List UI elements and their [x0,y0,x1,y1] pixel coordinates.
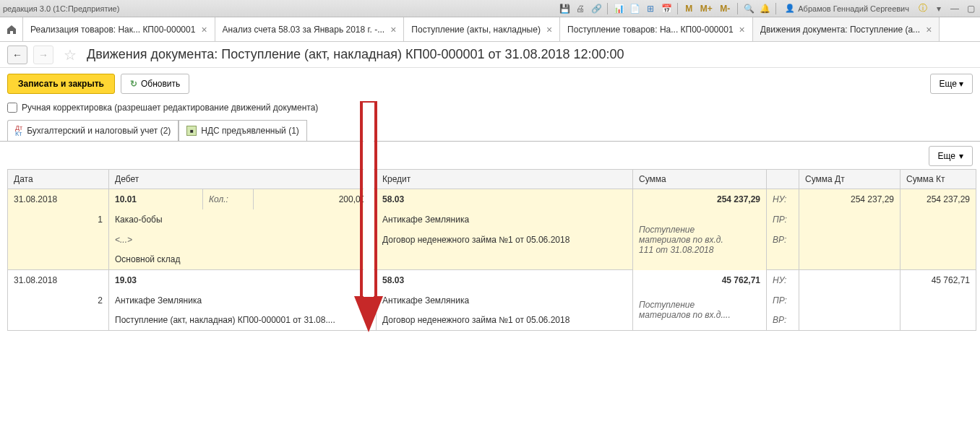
info-icon[interactable]: ⓘ [916,2,929,15]
table-row[interactable]: 31.08.2018 10.01 Кол.: 200,000 58.03 254… [8,189,976,209]
tab-item[interactable]: Поступление товаров: На... КП00-000001 × [560,17,753,41]
col-credit[interactable]: Кредит [377,170,633,189]
table-row[interactable]: 2 Антикафе Земляника Антикафе Земляника … [8,290,976,311]
col-date[interactable]: Дата [8,170,109,189]
write-close-button[interactable]: Записать и закрыть [7,74,115,94]
home-icon [6,24,17,35]
star-icon[interactable]: ☆ [64,46,77,64]
grid-more-button[interactable]: Еще ▾ [929,146,973,166]
nav-back-button[interactable]: ← [7,46,27,64]
tab-item[interactable]: Поступление (акты, накладные) × [404,17,560,41]
grid-icon[interactable]: ⊞ [644,2,657,15]
tab-close-icon[interactable]: × [546,24,552,35]
table-row[interactable]: Основной склад [8,250,976,270]
maximize-icon[interactable]: ▢ [964,2,977,15]
m-plus-button[interactable]: M+ [698,2,714,15]
print2-icon[interactable]: 📄 [628,2,641,15]
col-sum-kt[interactable]: Сумма Кт [901,170,976,189]
calendar-icon[interactable]: 📅 [660,2,673,15]
table-row[interactable]: Поступление (акт, накладная) КП00-000001… [8,311,976,331]
person-icon: 👤 [785,4,795,13]
refresh-icon: ↻ [130,79,137,89]
dropdown-icon[interactable]: ▾ [932,2,945,15]
tab-item[interactable]: Анализ счета 58.03 за Январь 2018 г. -..… [215,17,405,41]
refresh-button[interactable]: ↻ Обновить [121,74,189,94]
m-minus-button[interactable]: M- [717,2,733,15]
table-row[interactable]: 1 Какао-бобы Антикафе Земляника Поступле… [8,209,976,230]
window-title: редакция 3.0 (1С:Предприятие) [3,4,558,13]
link-icon[interactable]: 🔗 [590,2,603,15]
zoom-icon[interactable]: 🔍 [742,2,755,15]
tab-close-icon[interactable]: × [390,24,396,35]
col-sum[interactable]: Сумма [633,170,767,189]
table-row[interactable]: <...> Договор неденежного займа №1 от 05… [8,230,976,250]
dt-kt-icon: ДтКт [15,125,22,137]
user-menu[interactable]: 👤 Абрамов Геннадий Сергеевич [781,4,914,13]
calc-icon[interactable]: 📊 [612,2,625,15]
col-sum-dt[interactable]: Сумма Дт [799,170,901,189]
chevron-down-icon: ▾ [959,79,963,89]
home-tab[interactable] [0,17,23,41]
m-button[interactable]: M [682,2,695,15]
page-title: Движения документа: Поступление (акт, на… [87,47,624,62]
manual-edit-checkbox[interactable] [7,103,17,113]
col-debit[interactable]: Дебет [109,170,377,189]
print-icon[interactable]: 🖨 [574,2,587,15]
manual-edit-label: Ручная корректировка (разрешает редактир… [22,103,318,113]
accounting-tab[interactable]: ДтКт Бухгалтерский и налоговый учет (2) [7,120,179,141]
tab-item[interactable]: Реализация товаров: Нак... КП00-000001 × [23,17,215,41]
tab-close-icon[interactable]: × [201,24,207,35]
vat-tab[interactable]: ■ НДС предъявленный (1) [179,120,306,141]
nds-icon: ■ [186,126,197,136]
table-row[interactable]: 31.08.2018 19.03 58.03 45 762,71 НУ: 45 … [8,270,976,290]
bell-icon[interactable]: 🔔 [758,2,771,15]
tab-item-active[interactable]: Движения документа: Поступление (а... × [753,17,940,41]
minimize-icon[interactable]: — [948,2,961,15]
tab-close-icon[interactable]: × [739,24,745,35]
more-button[interactable]: Еще ▾ [930,74,973,94]
save-icon[interactable]: 💾 [558,2,571,15]
tab-close-icon[interactable]: × [926,24,932,35]
entries-grid[interactable]: Дата Дебет Кредит Сумма Сумма Дт Сумма К… [7,169,976,331]
nav-forward-button[interactable]: → [33,46,53,64]
chevron-down-icon: ▾ [959,151,963,161]
